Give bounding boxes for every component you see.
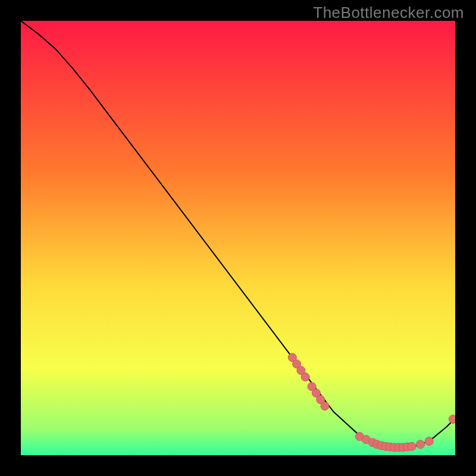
chart-frame: TheBottlenecker.com: [0, 0, 476, 476]
chart-svg: [21, 21, 455, 455]
data-point: [301, 373, 309, 381]
data-point: [425, 437, 433, 446]
data-point: [408, 442, 416, 450]
watermark-text: TheBottlenecker.com: [313, 4, 464, 22]
data-point: [321, 402, 329, 411]
data-point: [449, 415, 455, 423]
gradient-background: [21, 21, 455, 455]
plot-area: [21, 21, 455, 455]
data-point: [416, 440, 425, 449]
